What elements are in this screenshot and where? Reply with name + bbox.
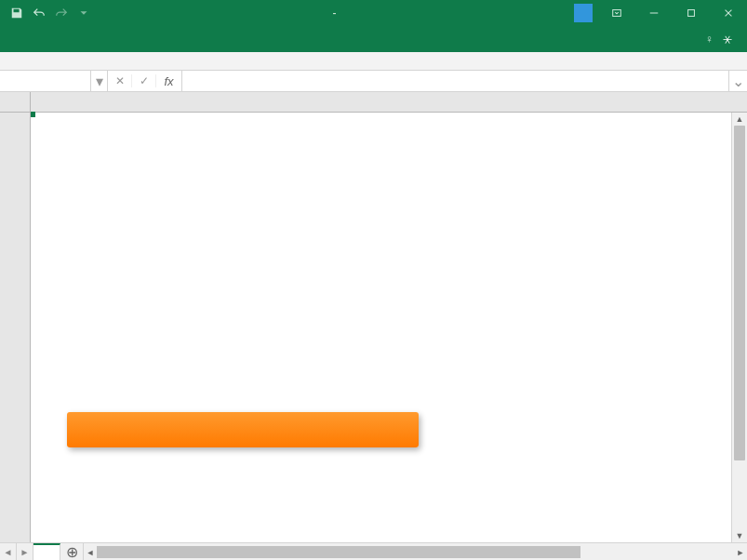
vscroll-thumb[interactable] (734, 126, 745, 460)
sheet-tab-row: ◄ ► ⊕ ◄ ► (0, 542, 747, 560)
vertical-scrollbar[interactable]: ▲ ▼ (731, 113, 747, 542)
scroll-down-icon[interactable]: ▼ (732, 529, 747, 542)
annotation-banner (67, 412, 419, 447)
ribbon-options-icon[interactable] (598, 0, 635, 26)
fx-icon[interactable]: fx (156, 71, 182, 91)
redo-icon[interactable] (50, 2, 73, 24)
ribbon-tabs: ♀ ⚹ (0, 26, 747, 52)
spreadsheet-grid: ▲ ▼ (0, 92, 747, 542)
maximize-icon[interactable] (673, 0, 710, 26)
minimize-icon[interactable] (635, 0, 673, 26)
horizontal-scrollbar[interactable]: ◄ ► (83, 543, 747, 560)
lightbulb-icon: ♀ (705, 33, 714, 46)
sheet-tab[interactable] (33, 543, 60, 560)
ribbon-collapsed (0, 52, 747, 71)
name-box[interactable] (0, 71, 91, 91)
svg-rect-2 (688, 10, 695, 17)
scroll-right-icon[interactable]: ► (734, 543, 747, 560)
sheet-nav-next-icon[interactable]: ► (17, 543, 33, 560)
login-button[interactable] (574, 4, 593, 22)
undo-icon[interactable] (28, 2, 50, 24)
quick-access-toolbar (0, 2, 95, 24)
save-icon[interactable] (6, 2, 28, 24)
svg-rect-0 (613, 10, 621, 17)
close-icon[interactable] (710, 0, 747, 26)
share-icon: ⚹ (723, 33, 732, 46)
hscroll-thumb[interactable] (97, 546, 580, 558)
column-headers (31, 92, 747, 113)
cancel-formula-icon[interactable]: ✕ (108, 74, 132, 87)
formula-input[interactable] (182, 71, 728, 91)
active-cell-outline (31, 113, 34, 116)
formula-bar-row: ▾ ✕ ✓ fx ⌄ (0, 71, 747, 92)
window-controls (574, 0, 747, 26)
titlebar: - (0, 0, 747, 26)
scroll-left-icon[interactable]: ◄ (84, 543, 97, 560)
select-all-corner[interactable] (0, 92, 30, 113)
tell-me[interactable]: ♀ (705, 33, 717, 46)
name-box-dropdown-icon[interactable]: ▾ (91, 71, 108, 91)
add-sheet-icon[interactable]: ⊕ (60, 543, 83, 560)
sheet-nav-prev-icon[interactable]: ◄ (0, 543, 17, 560)
enter-formula-icon[interactable]: ✓ (132, 74, 156, 87)
scroll-up-icon[interactable]: ▲ (732, 113, 747, 126)
qat-dropdown-icon[interactable] (73, 2, 95, 24)
window-title: - (95, 7, 574, 20)
row-headers (0, 92, 31, 542)
share-button[interactable]: ⚹ (723, 33, 736, 46)
expand-formula-bar-icon[interactable]: ⌄ (728, 71, 747, 91)
